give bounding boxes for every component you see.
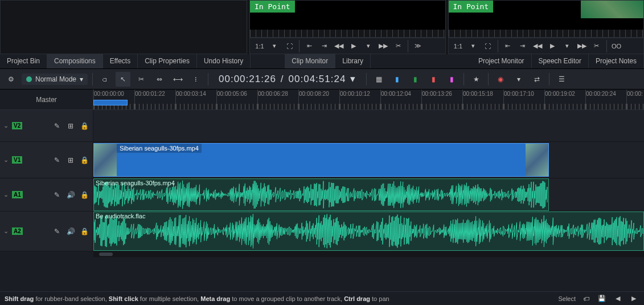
- tab-library[interactable]: Library: [335, 54, 371, 68]
- mix-icon[interactable]: ▦: [371, 72, 386, 87]
- forward-icon[interactable]: ▶▶: [377, 40, 389, 52]
- play-icon[interactable]: ▶: [546, 40, 559, 52]
- track-body-v2[interactable]: [93, 110, 644, 141]
- save-icon[interactable]: 💾: [596, 294, 608, 304]
- timeline-ruler[interactable]: 00:00:00:0000:00:01:2200:00:03:1400:00:0…: [93, 90, 644, 109]
- track-head-v2[interactable]: ⌄ V2 ✎ ⊞ 🔒: [0, 110, 93, 141]
- marker-pink-icon[interactable]: ▮: [444, 72, 459, 87]
- more-icon[interactable]: ≫: [412, 40, 424, 52]
- panel-tabs: Project Bin Compositions Effects Clip Pr…: [0, 54, 644, 69]
- spacer-tool-icon[interactable]: ⇔: [152, 72, 167, 87]
- ruler-tick: 00:00:05:06: [216, 90, 257, 109]
- mute-icon[interactable]: 🔊: [65, 226, 76, 237]
- monitor-ruler[interactable]: [250, 30, 445, 38]
- collapse-icon[interactable]: ⌄: [3, 156, 9, 164]
- track-body-v1[interactable]: Siberian seagulls-30fps.mp4: [93, 142, 644, 178]
- record-icon[interactable]: ◉: [493, 72, 508, 87]
- clip-thumbnail-end: [526, 144, 548, 176]
- timecode-display[interactable]: 00:00:21:26 / 00:04:51:24 ▾: [213, 73, 362, 85]
- mute-icon[interactable]: 🔊: [65, 190, 76, 200]
- lock-icon[interactable]: 🔒: [79, 190, 89, 200]
- preview-right[interactable]: In Point: [449, 1, 644, 30]
- set-in-icon[interactable]: ⇤: [502, 40, 514, 52]
- chevron-down-icon[interactable]: ▾: [350, 73, 356, 85]
- timecode-current: 00:00:21:26: [219, 74, 276, 85]
- tab-clip-properties[interactable]: Clip Properties: [138, 54, 197, 68]
- lock-icon[interactable]: 🔒: [79, 155, 89, 165]
- rewind-icon[interactable]: ◀◀: [531, 40, 544, 52]
- fullscreen-icon[interactable]: ⛶: [283, 40, 296, 52]
- tab-project-notes[interactable]: Project Notes: [589, 54, 644, 68]
- set-in-icon[interactable]: ⇤: [303, 40, 315, 52]
- chevron-down-icon[interactable]: ▾: [511, 72, 526, 87]
- track-body-a2[interactable]: Be audiotrack.flac: [93, 212, 644, 251]
- in-point-badge: In Point: [250, 1, 295, 13]
- track-tools-icon[interactable]: ⫏: [97, 72, 112, 87]
- monitor-ruler[interactable]: [449, 30, 644, 38]
- tab-project-monitor[interactable]: Project Monitor: [471, 54, 532, 68]
- tab-speech-editor[interactable]: Speech Editor: [532, 54, 589, 68]
- track-body-a1[interactable]: Siberian seagulls-30fps.mp4: [93, 178, 644, 211]
- track-head-v1[interactable]: ⌄ V1 ✎ ⊞ 🔒: [0, 142, 93, 178]
- tab-compositions[interactable]: Compositions: [47, 54, 103, 68]
- effects-icon[interactable]: ✎: [52, 121, 62, 131]
- collapse-icon[interactable]: ⌄: [3, 227, 9, 235]
- scrollbar-thumb[interactable]: [99, 253, 113, 256]
- chevron-down-icon[interactable]: ▾: [268, 40, 281, 52]
- video-icon[interactable]: ⊞: [65, 121, 76, 131]
- lock-icon[interactable]: 🔒: [79, 226, 89, 237]
- collapse-icon[interactable]: ⌄: [3, 122, 9, 129]
- tab-project-bin[interactable]: Project Bin: [0, 54, 47, 68]
- tag-icon[interactable]: 🏷: [580, 294, 592, 304]
- track-head-a1[interactable]: ⌄ A1 ✎ 🔊 🔒: [0, 178, 93, 211]
- audio-clip[interactable]: Siberian seagulls-30fps.mp4: [93, 178, 549, 211]
- ripple-tool-icon[interactable]: ⫶: [188, 72, 203, 87]
- crop-icon[interactable]: ✂: [392, 40, 404, 52]
- set-out-icon[interactable]: ⇥: [516, 40, 529, 52]
- preview-left[interactable]: [1, 1, 247, 54]
- forward-icon[interactable]: ▶▶: [576, 40, 588, 52]
- marker-green-icon[interactable]: ▮: [408, 72, 423, 87]
- preview-center[interactable]: In Point: [250, 1, 445, 30]
- rewind-icon[interactable]: ◀◀: [333, 40, 345, 52]
- ruler-tick: 00:00:19:02: [544, 90, 585, 109]
- effects-icon[interactable]: ✎: [52, 190, 62, 200]
- select-tool-icon[interactable]: ↖: [116, 72, 130, 87]
- audio-clip[interactable]: Be audiotrack.flac: [93, 212, 644, 251]
- edit-mode-select[interactable]: Normal Mode ▾: [22, 74, 88, 85]
- collapse-icon[interactable]: ⌄: [3, 191, 9, 198]
- razor-tool-icon[interactable]: ✂: [134, 72, 149, 87]
- crop-icon[interactable]: ✂: [590, 40, 603, 52]
- lock-icon[interactable]: 🔒: [79, 121, 89, 131]
- favorite-icon[interactable]: ★: [469, 72, 483, 87]
- play-icon[interactable]: ▶: [347, 40, 360, 52]
- fullscreen-icon[interactable]: ⛶: [482, 40, 494, 52]
- track-head-a2[interactable]: ⌄ A2 ✎ 🔊 🔒: [0, 212, 93, 251]
- master-label[interactable]: Master: [0, 90, 93, 109]
- effects-icon[interactable]: ✎: [52, 226, 62, 237]
- tab-undo-history[interactable]: Undo History: [197, 54, 251, 68]
- preview-render-icon[interactable]: ⇄: [530, 72, 544, 87]
- video-icon[interactable]: ⊞: [65, 155, 76, 165]
- settings-icon[interactable]: ⚙: [3, 72, 18, 87]
- zoom-label[interactable]: 1:1: [253, 40, 266, 52]
- oo-label[interactable]: OO: [610, 40, 623, 52]
- timeline-scrollbar[interactable]: [93, 251, 644, 257]
- zoom-label[interactable]: 1:1: [452, 40, 465, 52]
- chevron-down-icon[interactable]: ▾: [561, 40, 573, 52]
- chevron-down-icon[interactable]: ▾: [362, 40, 375, 52]
- set-out-icon[interactable]: ⇥: [318, 40, 330, 52]
- list-icon[interactable]: ☰: [554, 72, 569, 87]
- video-clip[interactable]: Siberian seagulls-30fps.mp4: [93, 143, 549, 177]
- effects-icon[interactable]: ✎: [52, 155, 62, 165]
- next-icon[interactable]: ▶: [628, 294, 639, 304]
- ruler-tick: 00:00:06:28: [257, 90, 298, 109]
- marker-red-icon[interactable]: ▮: [426, 72, 441, 87]
- tab-effects[interactable]: Effects: [103, 54, 138, 68]
- marker-blue-icon[interactable]: ▮: [389, 72, 404, 87]
- prev-icon[interactable]: ◀: [612, 294, 624, 304]
- chevron-down-icon[interactable]: ▾: [467, 40, 479, 52]
- slip-tool-icon[interactable]: ⟷: [170, 72, 185, 87]
- tab-clip-monitor[interactable]: Clip Monitor: [285, 54, 335, 68]
- timeline-zone[interactable]: [93, 100, 128, 105]
